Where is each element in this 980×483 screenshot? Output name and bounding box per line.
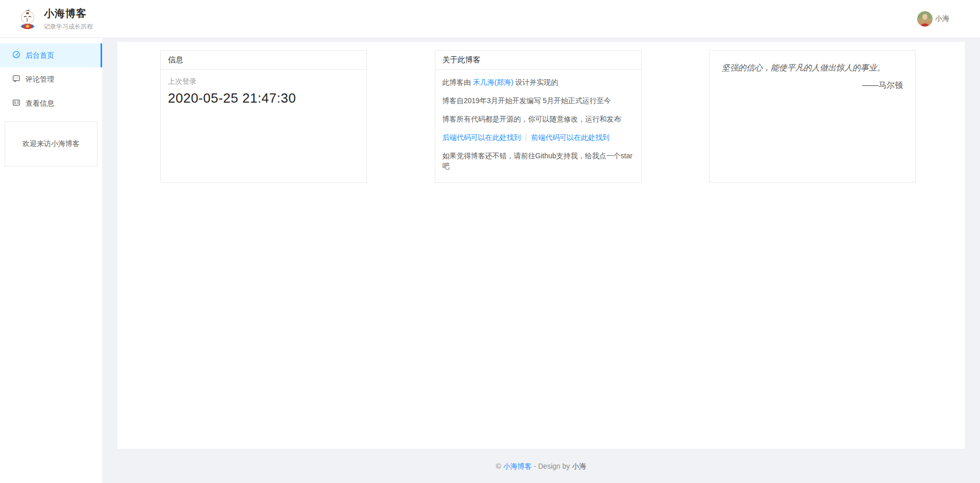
footer: © 小海博客 - Design by 小海 xyxy=(117,462,965,471)
app-header: 小海博客 记录学习成长历程 小海 xyxy=(0,0,980,38)
sidebar-item-label: 后台首页 xyxy=(26,51,54,60)
dashboard-icon xyxy=(12,51,20,60)
sidebar-item-view-info[interactable]: 查看信息 xyxy=(0,91,102,115)
footer-middle-text: - Design by xyxy=(532,462,572,470)
footer-author: 小海 xyxy=(572,462,586,470)
quote-card-body: 坚强的信心，能使平凡的人做出惊人的事业。 ——马尔顿 xyxy=(709,51,915,103)
sidebar-item-comments[interactable]: 评论管理 xyxy=(0,67,102,91)
welcome-box: 欢迎来访小海博客 xyxy=(5,122,97,166)
backend-code-link[interactable]: 后端代码可以在此处找到 xyxy=(443,133,521,141)
blog-logo-icon xyxy=(17,9,38,29)
quote-card: 坚强的信心，能使平凡的人做出惊人的事业。 ——马尔顿 xyxy=(709,50,916,183)
last-login-label: 上次登录 xyxy=(168,77,359,86)
about-author-prefix: 此博客由 xyxy=(443,78,473,86)
welcome-text: 欢迎来访小海博客 xyxy=(22,139,80,149)
author-link[interactable]: 禾几海(郑海) xyxy=(473,78,513,86)
copyright-symbol: © xyxy=(496,462,501,470)
link-separator: | xyxy=(525,133,527,141)
comment-icon xyxy=(12,75,20,84)
user-menu[interactable]: 小海 xyxy=(917,11,949,27)
sidebar-item-label: 查看信息 xyxy=(26,99,54,108)
sidebar-item-label: 评论管理 xyxy=(26,75,54,84)
about-author-suffix: 设计并实现的 xyxy=(513,78,558,86)
info-card-title: 信息 xyxy=(161,51,366,70)
brand-text: 小海博客 记录学习成长历程 xyxy=(44,7,93,31)
about-card: 关于此博客 此博客由 禾几海(郑海) 设计并实现的 博客自2019年3月开始开发… xyxy=(435,50,642,183)
frontend-code-link[interactable]: 前端代码可以在此处找到 xyxy=(531,133,609,141)
about-line-opensource: 博客所有代码都是开源的，你可以随意修改，运行和发布 xyxy=(443,114,634,124)
footer-site-link[interactable]: 小海博客 xyxy=(503,462,532,470)
idcard-icon xyxy=(12,99,20,108)
about-line-star: 如果觉得博客还不错，请前往Github支持我，给我点一个star吧 xyxy=(443,151,634,171)
app-title: 小海博客 xyxy=(44,7,93,20)
sidebar: 后台首页 评论管理 xyxy=(0,38,102,483)
about-line-author: 此博客由 禾几海(郑海) 设计并实现的 xyxy=(443,77,634,87)
info-card: 信息 上次登录 2020-05-25 21:47:30 xyxy=(160,50,367,183)
quote-text: 坚强的信心，能使平凡的人做出惊人的事业。 xyxy=(722,63,903,73)
about-card-body: 此博客由 禾几海(郑海) 设计并实现的 博客自2019年3月开始开发编写 5月开… xyxy=(435,70,641,178)
last-login-value: 2020-05-25 21:47:30 xyxy=(168,90,359,106)
sidebar-item-dashboard[interactable]: 后台首页 xyxy=(0,43,102,67)
main-content: 信息 上次登录 2020-05-25 21:47:30 关于此博客 此博客由 禾… xyxy=(117,42,965,449)
app-subtitle: 记录学习成长历程 xyxy=(44,22,93,31)
user-name: 小海 xyxy=(935,14,949,23)
user-avatar[interactable] xyxy=(917,11,933,27)
about-line-history: 博客自2019年3月开始开发编写 5月开始正式运行至今 xyxy=(443,95,634,106)
cards-row: 信息 上次登录 2020-05-25 21:47:30 关于此博客 此博客由 禾… xyxy=(160,50,916,183)
info-card-body: 上次登录 2020-05-25 21:47:30 xyxy=(161,70,366,113)
sidebar-menu: 后台首页 评论管理 xyxy=(0,38,102,115)
about-card-title: 关于此博客 xyxy=(435,51,641,70)
quote-author: ——马尔顿 xyxy=(722,80,903,91)
brand: 小海博客 记录学习成长历程 xyxy=(17,7,93,31)
about-line-code-links: 后端代码可以在此处找到|前端代码可以在此处找到 xyxy=(443,132,634,142)
